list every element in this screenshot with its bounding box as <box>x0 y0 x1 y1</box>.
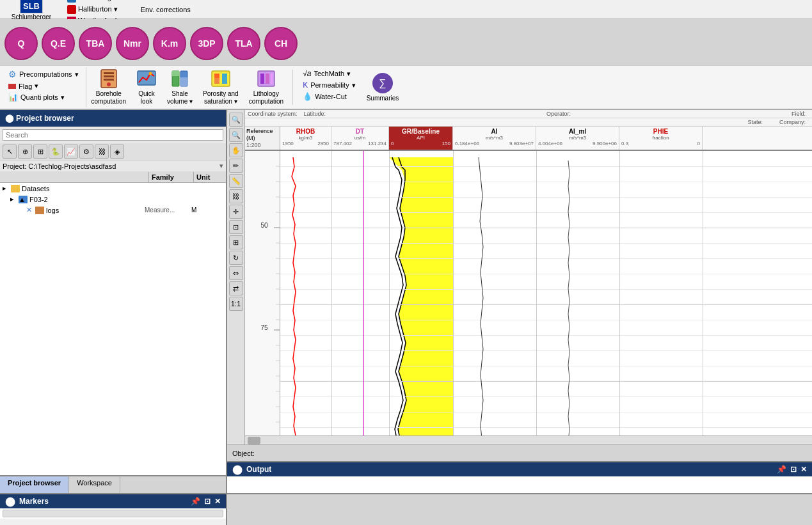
toolbar-chart-btn[interactable]: 📈 <box>64 145 78 159</box>
markers-header: ⬤ Markers 📌 ⊡ ✕ <box>0 494 226 508</box>
output-panel: ⬤ Output 📌 ⊡ ✕ <box>227 461 812 493</box>
track-divider-3 <box>453 151 454 435</box>
grid-h-7 <box>280 258 812 259</box>
svg-point-4 <box>107 82 111 86</box>
precomputations-btn[interactable]: ⚙ Precomputations ▾ <box>6 68 81 80</box>
vendor-baker-hughes[interactable]: Baker Hughes ▾ <box>65 0 131 3</box>
env-corrections-btn[interactable]: Env. corrections <box>136 5 196 14</box>
output-pin-btn[interactable]: 📌 <box>777 465 786 474</box>
tool-rotate-btn[interactable]: ↻ <box>229 251 243 265</box>
grid-h-14 <box>280 366 812 366</box>
ribbon-btn-Q[interactable]: Q <box>4 27 38 60</box>
toolbar-grid-btn[interactable]: ⊞ <box>33 145 47 159</box>
water-cut-icon: 💧 <box>303 92 312 101</box>
tool-zoom-in-btn[interactable]: 🔍 <box>229 113 243 127</box>
output-dock-btn[interactable]: ⊡ <box>790 465 797 474</box>
ai-ml-col-header: AI_ml m/s*m3 4.004e+06 9.900e+06 <box>536 127 619 150</box>
ribbon-btn-3DP[interactable]: 3DP <box>190 27 223 60</box>
search-input[interactable] <box>3 129 223 141</box>
info-row: Coordinate system: Latitude: Operator: F… <box>245 110 812 118</box>
markers-scrollbar[interactable] <box>3 510 223 517</box>
borehole-icon <box>99 68 119 89</box>
permeability-btn[interactable]: K Permeability ▾ <box>301 80 358 90</box>
flag-btn[interactable]: Flag ▾ <box>6 81 81 91</box>
tool-pan-btn[interactable]: ✋ <box>229 143 243 157</box>
ribbon-btn-TBA[interactable]: TBA <box>79 27 112 60</box>
log-icon <box>35 207 44 214</box>
porosity-saturation-icon <box>211 68 231 89</box>
ribbon-btn-TLA[interactable]: TLA <box>227 27 260 60</box>
svg-rect-5 <box>138 71 155 85</box>
vendor-halliburton[interactable]: Halliburton ▾ <box>65 4 131 15</box>
ribbon-btn-Nmr[interactable]: Nmr <box>116 27 149 60</box>
lithology-computation-btn[interactable]: Lithologycomputation <box>246 67 286 107</box>
slb-logo: SLB <box>20 0 43 13</box>
ribbon-btn-Km[interactable]: K.m <box>153 27 186 60</box>
svg-text:75: 75 <box>260 324 268 331</box>
search-area <box>0 127 226 143</box>
water-cut-btn[interactable]: 💧 Water-Cut <box>301 91 358 102</box>
toolbar-link-btn[interactable]: ⛓ <box>95 145 109 159</box>
gr-col-header: GR/Baseline API 0 150 <box>389 127 453 150</box>
toolbar-shapes-btn[interactable]: ◈ <box>110 145 124 159</box>
folder-icon <box>11 185 20 192</box>
track-divider-1 <box>331 151 332 435</box>
tool-measure-btn[interactable]: 📏 <box>229 174 243 188</box>
tool-select-btn[interactable]: ⊡ <box>229 220 243 234</box>
grid-h-8 <box>280 274 812 274</box>
markers-close-btn[interactable]: ✕ <box>214 497 221 506</box>
rhob-col-header: RHOB kg/m3 1950 2950 <box>280 127 331 150</box>
tree-item-logs[interactable]: ✕ logs Measure... M <box>0 205 226 215</box>
tool-link-btn[interactable]: ⛓ <box>229 189 243 203</box>
grid-h-2 <box>280 182 812 182</box>
quanti-plots-btn[interactable]: 📊 Quanti plots ▾ <box>6 92 81 102</box>
ribbon-btn-CH[interactable]: CH <box>264 27 298 60</box>
grid-h-18 <box>280 427 812 428</box>
h-scroll[interactable] <box>245 435 812 444</box>
markers-pin-btn[interactable]: 📌 <box>191 497 200 506</box>
ai-col-header: AI m/s*m3 6.184e+06 9.803e+07 <box>453 127 536 150</box>
output-header: ⬤ Output 📌 ⊡ ✕ <box>227 462 812 476</box>
summaries-btn[interactable]: ∑ <box>372 73 393 93</box>
tool-move-btn[interactable]: ⊞ <box>229 235 243 249</box>
tool-zoom-out-btn[interactable]: 🔍 <box>229 128 243 142</box>
sidebar-tree: ▸ Datasets ▸ ▲ F03-2 ✕ logs Measure... <box>0 183 226 475</box>
svg-point-6 <box>149 72 152 75</box>
markers-dock-btn[interactable]: ⊡ <box>204 497 211 506</box>
toolbar-target-btn[interactable]: ⊕ <box>18 145 32 159</box>
tab-project-browser[interactable]: Project browser <box>0 476 69 493</box>
toolbar-settings-btn[interactable]: ⚙ <box>79 145 93 159</box>
tool-cross-btn[interactable]: ✛ <box>229 205 243 219</box>
toolbar-python-btn[interactable]: 🐍 <box>49 145 63 159</box>
shale-volume-btn[interactable]: Shalevolume ▾ <box>164 67 195 107</box>
grid-h-16 <box>280 396 812 397</box>
borehole-computation-btn[interactable]: Boreholecomputation <box>89 67 129 107</box>
baker-hughes-icon <box>67 0 76 3</box>
tree-item-datasets[interactable]: ▸ Datasets <box>0 183 226 194</box>
tree-item-F03-2[interactable]: ▸ ▲ F03-2 <box>0 194 226 205</box>
h-scroll-thumb[interactable] <box>248 437 260 444</box>
svg-rect-3 <box>104 79 114 81</box>
quanti-plots-icon: 📊 <box>8 93 18 102</box>
ribbon-btn-QE[interactable]: Q.E <box>42 27 75 60</box>
tool-pencil-btn[interactable]: ✏ <box>229 159 243 173</box>
techmath-btn[interactable]: √a TechMath ▾ <box>301 68 358 79</box>
sidebar-toolbar: ↖ ⊕ ⊞ 🐍 📈 ⚙ ⛓ ◈ <box>0 143 226 161</box>
grid-h-9 <box>280 289 812 290</box>
tool-ruler-btn[interactable]: 1:1 <box>229 297 243 311</box>
depth-column: 50 75 <box>245 151 280 435</box>
svg-rect-9 <box>172 71 179 76</box>
permeability-icon: K <box>303 81 308 90</box>
info-row2: State: Company: <box>245 118 812 127</box>
tool-scale-btn[interactable]: ⇔ <box>229 266 243 280</box>
quick-look-btn[interactable]: Quicklook <box>134 67 159 107</box>
svg-rect-18 <box>271 74 273 84</box>
porosity-saturation-btn[interactable]: Porosity andsaturation ▾ <box>200 67 241 107</box>
toolbar-arrow-btn[interactable]: ↖ <box>3 145 17 159</box>
tool-mirror-btn[interactable]: ⇄ <box>229 281 243 295</box>
quick-look-icon <box>136 68 157 89</box>
tab-workspace[interactable]: Workspace <box>69 476 120 493</box>
col-unit-header: Unit <box>194 172 226 182</box>
output-close-btn[interactable]: ✕ <box>800 465 807 474</box>
grid-h-4 <box>280 212 812 213</box>
